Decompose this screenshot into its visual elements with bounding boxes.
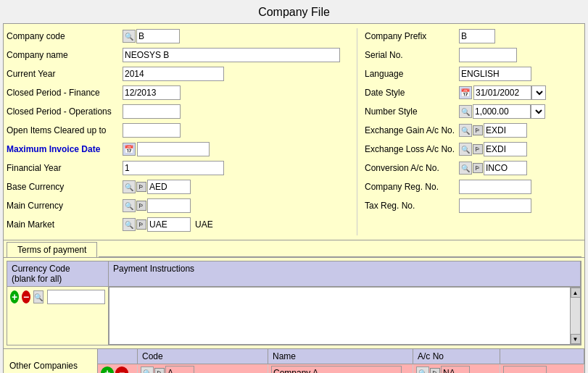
field-row-number-style: Number Style 🔍: [365, 104, 581, 120]
search-icon-oc-acno[interactable]: 🔍: [416, 366, 429, 373]
main-market-extra-text: UAE: [195, 219, 213, 230]
input-company-prefix[interactable]: [459, 29, 495, 43]
input-max-invoice-date[interactable]: [137, 142, 210, 156]
input-company-reg[interactable]: [459, 180, 531, 194]
label-main-market: Main Market: [7, 219, 123, 230]
input-company-code[interactable]: [136, 29, 180, 43]
label-company-name: Company name: [7, 50, 123, 60]
input-closed-period-operations[interactable]: [123, 104, 181, 119]
field-row-financial-year: Financial Year: [7, 160, 349, 176]
oc-cell-code: 🔍 🏳: [138, 364, 268, 373]
oc-add-button[interactable]: +: [101, 366, 114, 373]
input-base-currency[interactable]: [147, 180, 191, 194]
input-open-items[interactable]: [123, 123, 181, 138]
tab-terms-of-payment[interactable]: Terms of payment: [7, 242, 97, 257]
input-company-name[interactable]: [123, 48, 340, 62]
select-number-style[interactable]: [531, 104, 545, 119]
other-companies-header: Other Companies Code Name A/c No + −: [4, 349, 584, 373]
input-main-market[interactable]: [147, 217, 191, 232]
input-date-style[interactable]: [473, 85, 531, 100]
label-closed-period-operations: Closed Period - Operations: [7, 106, 123, 117]
field-row-closed-period-finance: Closed Period - Finance: [7, 85, 349, 101]
input-conversion-acno[interactable]: [484, 161, 527, 175]
oc-remove-button[interactable]: −: [115, 366, 128, 373]
input-financial-year[interactable]: [123, 161, 224, 175]
other-companies-section: Other Companies Code Name A/c No + −: [4, 348, 584, 373]
input-serial-no[interactable]: [459, 48, 517, 62]
field-row-base-currency: Base Currency 🔍 🏳: [7, 179, 349, 195]
input-main-currency[interactable]: [147, 198, 191, 213]
search-icon-conversion-acno[interactable]: 🔍: [459, 162, 472, 175]
oc-cell-action: + −: [98, 365, 138, 373]
payment-instructions-area: ▲ ▼: [109, 287, 581, 345]
search-icon-payment-currency[interactable]: 🔍: [33, 290, 44, 303]
add-row-button[interactable]: +: [10, 290, 19, 303]
input-oc-extra[interactable]: [503, 366, 547, 373]
label-number-style: Number Style: [365, 106, 459, 117]
input-language[interactable]: [459, 67, 531, 81]
flag-icon-main-currency: 🏳: [136, 201, 146, 211]
select-date-style[interactable]: [531, 85, 546, 100]
label-current-year: Current Year: [7, 69, 123, 79]
payment-col2-header: Payment Instructions: [109, 261, 581, 286]
label-date-style: Date Style: [365, 88, 459, 98]
scrollbar-payment[interactable]: ▲ ▼: [570, 288, 580, 344]
label-exchange-gain: Exchange Gain A/c No.: [365, 125, 459, 135]
other-companies-content: Code Name A/c No + − 🔍 🏳: [98, 349, 584, 373]
search-icon-number-style[interactable]: 🔍: [459, 105, 472, 118]
field-row-tax-reg: Tax Reg. No.: [365, 198, 581, 214]
label-company-code: Company code: [7, 31, 123, 41]
field-row-serial-no: Serial No.: [365, 47, 581, 63]
field-row-exchange-gain: Exchange Gain A/c No. 🔍 🏳: [365, 122, 581, 138]
input-number-style[interactable]: [473, 104, 531, 119]
scroll-down-btn[interactable]: ▼: [571, 334, 581, 344]
oc-table-header: Code Name A/c No: [98, 349, 584, 364]
label-main-currency: Main Currency: [7, 201, 123, 211]
tabs-section: Terms of payment Currency Code(blank for…: [4, 240, 584, 348]
search-icon-oc-code[interactable]: 🔍: [141, 366, 154, 373]
payment-action-row: + − 🔍: [7, 287, 108, 307]
search-icon-company-code[interactable]: 🔍: [123, 30, 136, 43]
search-icon-main-market[interactable]: 🔍: [123, 218, 136, 231]
left-panel: Company code 🔍 Company name Current Year…: [7, 28, 357, 235]
input-tax-reg[interactable]: [459, 198, 531, 213]
flag-icon-conversion-acno: 🏳: [473, 163, 483, 173]
oc-col-action-header: [98, 349, 138, 364]
search-icon-main-currency[interactable]: 🔍: [123, 199, 136, 212]
field-row-company-prefix: Company Prefix: [365, 28, 581, 44]
flag-icon-oc-code: 🏳: [154, 368, 165, 373]
flag-icon-oc-acno: 🏳: [430, 368, 440, 373]
payment-table-col2: ▲ ▼: [109, 287, 581, 345]
remove-row-button[interactable]: −: [22, 290, 30, 303]
field-row-company-name: Company name: [7, 47, 349, 63]
calendar-icon-date-style[interactable]: 📅: [459, 86, 472, 99]
oc-table-row: + − 🔍 🏳 🔍 🏳: [98, 364, 584, 373]
field-row-language: Language: [365, 66, 581, 82]
flag-icon-main-market: 🏳: [136, 219, 146, 230]
input-payment-currency[interactable]: [47, 290, 105, 304]
label-conversion-acno: Conversion A/c No.: [365, 163, 459, 173]
label-tax-reg: Tax Reg. No.: [365, 201, 459, 211]
calendar-icon-max-invoice[interactable]: 📅: [123, 143, 136, 156]
oc-col-acno-header: A/c No: [413, 349, 500, 364]
search-icon-base-currency[interactable]: 🔍: [123, 180, 136, 193]
tab-bar: Terms of payment: [4, 240, 584, 257]
input-oc-name[interactable]: [271, 366, 402, 373]
input-closed-period-finance[interactable]: [123, 85, 181, 100]
search-icon-exchange-loss[interactable]: 🔍: [459, 143, 472, 156]
scroll-up-btn[interactable]: ▲: [571, 288, 581, 298]
label-company-reg: Company Reg. No.: [365, 182, 459, 192]
input-oc-acno[interactable]: [441, 366, 470, 373]
payment-table-body: + − 🔍 ▲ ▼: [7, 286, 581, 345]
label-max-invoice-date: Maximum Invoice Date: [7, 144, 123, 154]
payment-col1-header: Currency Code(blank for all): [7, 261, 109, 286]
payment-table-col1: + − 🔍: [7, 287, 109, 345]
input-oc-code[interactable]: [165, 366, 194, 373]
input-exchange-loss[interactable]: [484, 142, 527, 156]
field-row-company-code: Company code 🔍: [7, 28, 349, 44]
label-language: Language: [365, 69, 459, 79]
oc-cell-extra: [500, 364, 584, 373]
input-exchange-gain[interactable]: [484, 123, 527, 138]
search-icon-exchange-gain[interactable]: 🔍: [459, 124, 472, 137]
input-current-year[interactable]: [123, 67, 224, 81]
